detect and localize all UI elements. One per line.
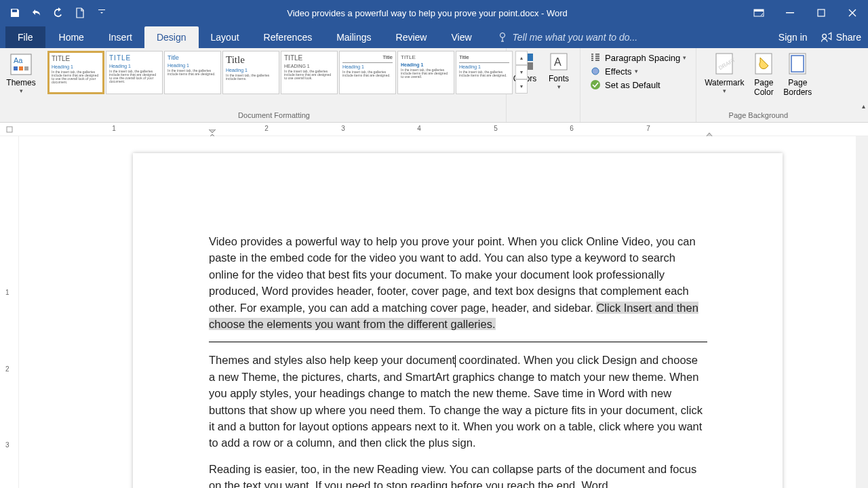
style-set-item[interactable]: TitleHeading 1In the insert tab, the gal… [222,51,279,94]
svg-rect-10 [24,66,28,70]
tab-insert[interactable]: Insert [96,26,144,48]
paragraph-spacing-icon [590,52,601,63]
dropdown-arrow-icon: ▾ [20,87,23,94]
group-label-pagebg: Page Background [701,110,816,121]
tab-review[interactable]: Review [384,26,439,48]
minimize-button[interactable] [774,0,806,26]
svg-point-4 [500,33,505,38]
gallery-more-icon[interactable]: ▾ [515,79,528,94]
style-set-item[interactable]: TITLEHeading 1In the insert tab, the gal… [397,51,454,94]
ribbon: Aa Themes ▾ TITLEHeading 1In the insert … [0,48,868,123]
fonts-icon: A [549,52,568,71]
formatting-options: Paragraph Spacing▾ Effects▾ Set as Defau… [585,49,692,93]
close-button[interactable] [837,0,868,26]
svg-rect-24 [7,127,12,132]
themes-icon: Aa [9,52,33,77]
gallery-up-icon[interactable]: ▴ [515,51,528,65]
vertical-scrollbar[interactable] [856,136,868,488]
ruler-corner[interactable] [0,123,19,136]
tab-home[interactable]: Home [47,26,96,48]
ribbon-tabs: File Home Insert Design Layout Reference… [0,26,868,48]
svg-rect-3 [818,9,825,16]
style-set-item[interactable]: TitleHeading 1In the insert tab, the gal… [164,51,221,94]
style-set-gallery: TITLEHeading 1In the insert tab, the gal… [46,49,529,96]
svg-point-17 [592,68,599,75]
paragraph[interactable]: Video provides a powerful way to help yo… [209,233,707,332]
svg-text:Aa: Aa [14,56,23,64]
tell-me-placeholder: Tell me what you want to do... [513,32,638,43]
document-area: 1 2 3 Video provides a powerful way to h… [0,136,868,488]
paragraph[interactable]: Themes and styles also help keep your do… [209,352,707,451]
themes-button[interactable]: Aa Themes ▾ [4,49,38,94]
tab-layout[interactable]: Layout [199,26,252,48]
dropdown-arrow-icon: ▾ [557,83,561,90]
collapse-ribbon-icon[interactable]: ▴ [862,102,865,110]
page-color-icon [753,52,774,75]
fonts-button[interactable]: A Fonts ▾ [542,49,576,93]
svg-text:A: A [554,56,561,68]
svg-rect-1 [754,9,764,12]
style-set-item[interactable]: TITLEHEADING 1In the insert tab, the gal… [281,51,338,94]
window-title: Video provides a powerful way to help yo… [111,8,743,18]
page-scroll[interactable]: Video provides a powerful way to help yo… [19,136,868,488]
tab-mailings[interactable]: Mailings [324,26,383,48]
effects-icon [590,66,601,77]
vertical-ruler[interactable]: 1 2 3 [0,136,19,488]
signin-button[interactable]: Sign in [778,32,808,43]
redo-icon[interactable] [49,3,68,22]
fonts-label: Fonts [549,74,569,83]
tab-references[interactable]: References [252,26,325,48]
effects-label: Effects [605,66,632,77]
new-icon[interactable] [71,3,90,22]
svg-point-5 [822,34,826,38]
check-icon [590,79,601,90]
share-button[interactable]: Share [820,30,861,44]
themes-label: Themes [6,78,35,87]
watermark-label: Watermark [705,78,744,87]
tab-view[interactable]: View [439,26,484,48]
text-cursor [455,355,456,367]
tab-file[interactable]: File [5,26,45,48]
tell-me-search[interactable]: Tell me what you want to do... [498,32,638,48]
undo-icon[interactable] [27,3,46,22]
page-borders-icon [787,52,808,75]
paragraph[interactable]: Reading is easier, too, in the new Readi… [209,461,707,488]
share-label: Share [836,32,861,43]
effects-button[interactable]: Effects▾ [590,66,686,77]
style-set-item[interactable]: TitleHeading 1In the insert tab, the gal… [339,51,396,94]
tab-design[interactable]: Design [144,26,199,48]
gallery-scroll: ▴ ▾ ▾ [515,51,528,94]
qat-customize-icon[interactable] [92,3,111,22]
style-set-item[interactable]: TITLEHeading 1In the insert tab, the gal… [47,51,104,94]
tabs-right: Sign in Share [778,30,868,48]
page-borders-button[interactable]: Page Borders [779,49,816,100]
ribbon-display-icon[interactable] [743,0,774,26]
svg-rect-8 [14,66,18,70]
gallery-down-icon[interactable]: ▾ [515,65,528,79]
watermark-icon: DRAFT [714,52,734,75]
horizontal-ruler[interactable]: 1 2 3 4 5 6 7 [0,123,868,136]
set-default-label: Set as Default [605,80,660,90]
quick-access-toolbar [0,3,111,22]
page-borders-label: Page Borders [783,78,812,97]
window-controls [743,0,868,26]
paragraph-spacing-button[interactable]: Paragraph Spacing▾ [590,52,686,63]
set-default-button[interactable]: Set as Default [590,79,686,90]
save-icon[interactable] [5,3,24,22]
watermark-button[interactable]: DRAFT Watermark ▾ [701,49,748,97]
maximize-button[interactable] [806,0,837,26]
dropdown-arrow-icon: ▾ [723,87,726,94]
horizontal-rule [209,342,707,342]
style-set-item[interactable]: TITLEHeading 1In the insert tab, the gal… [106,51,163,94]
svg-marker-25 [209,129,216,133]
title-bar: Video provides a powerful way to help yo… [0,0,868,26]
svg-rect-9 [19,66,23,70]
svg-rect-2 [786,12,794,14]
paragraph-spacing-label: Paragraph Spacing [605,53,680,63]
page-color-label: Page Color [754,78,774,97]
svg-point-18 [591,80,600,89]
style-set-item[interactable]: TitleHeading 1In the insert tab, the gal… [456,51,513,94]
document-page[interactable]: Video provides a powerful way to help yo… [133,153,783,488]
group-label-docformat: Document Formatting [46,110,502,121]
page-color-button[interactable]: Page Color [748,49,779,100]
